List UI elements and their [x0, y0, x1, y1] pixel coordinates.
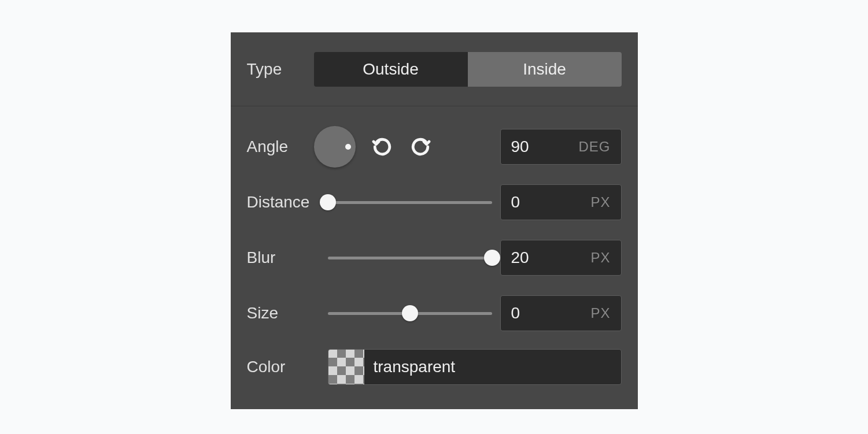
color-label: Color [247, 358, 314, 376]
angle-value-box: DEG [500, 129, 622, 165]
blur-unit: PX [590, 250, 610, 266]
color-picker[interactable]: transparent [328, 349, 622, 385]
distance-value-box: PX [500, 184, 622, 220]
controls-body: Angle [231, 106, 638, 409]
color-row: Color transparent [231, 341, 638, 393]
tab-inside[interactable]: Inside [468, 52, 622, 87]
size-value-box: PX [500, 295, 622, 331]
size-unit: PX [590, 305, 610, 321]
size-slider[interactable] [328, 305, 492, 322]
type-tabs: Outside Inside [314, 52, 622, 87]
color-value: transparent [364, 358, 456, 376]
blur-row: Blur PX [231, 230, 638, 285]
type-row: Type Outside Inside [231, 32, 638, 106]
size-slider-thumb[interactable] [402, 305, 418, 321]
size-row: Size PX [231, 285, 638, 341]
angle-unit: DEG [578, 139, 610, 155]
angle-dial[interactable] [314, 126, 356, 168]
distance-input[interactable] [511, 193, 591, 212]
blur-input[interactable] [511, 248, 591, 267]
shadow-settings-panel: Type Outside Inside Angle [231, 32, 638, 409]
type-label: Type [247, 60, 314, 79]
angle-label: Angle [247, 138, 314, 156]
distance-row: Distance PX [231, 175, 638, 230]
distance-unit: PX [590, 194, 610, 210]
blur-slider[interactable] [328, 249, 492, 266]
angle-row: Angle [231, 119, 638, 175]
blur-slider-thumb[interactable] [484, 250, 500, 266]
undo-icon[interactable] [371, 135, 394, 158]
blur-value-box: PX [500, 240, 622, 276]
size-input[interactable] [511, 304, 591, 322]
redo-icon[interactable] [409, 135, 432, 158]
distance-slider[interactable] [328, 194, 492, 211]
distance-slider-thumb[interactable] [320, 194, 336, 210]
tab-outside[interactable]: Outside [314, 52, 468, 87]
blur-label: Blur [247, 248, 328, 267]
angle-widgets [314, 126, 492, 168]
distance-label: Distance [247, 193, 328, 212]
size-label: Size [247, 304, 328, 322]
angle-dial-indicator [345, 144, 351, 150]
color-swatch-transparent [328, 349, 364, 385]
angle-input[interactable] [511, 138, 579, 156]
